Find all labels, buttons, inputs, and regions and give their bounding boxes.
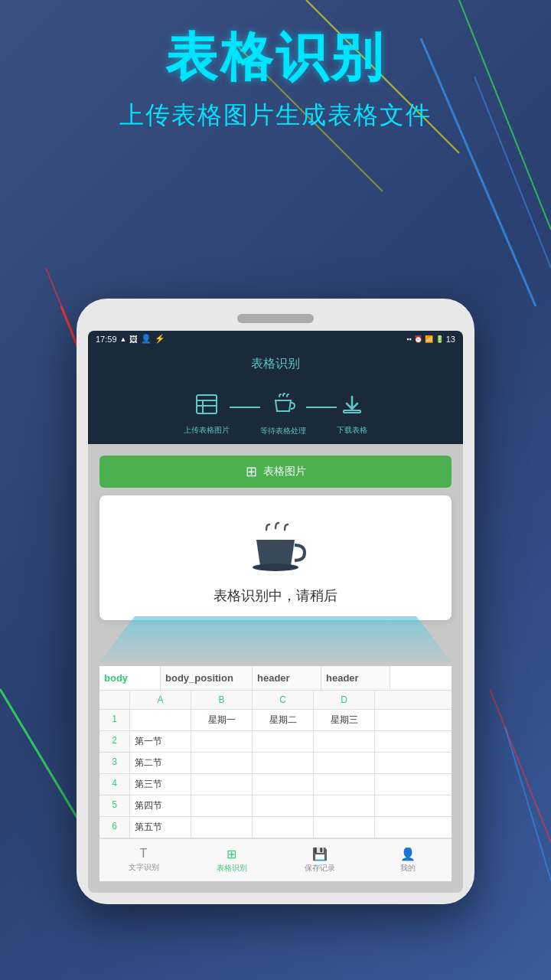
table-col-headers: body body_position header header [99,666,452,691]
table-row: 2 第一节 [99,731,452,753]
row-1-c: 星期二 [253,710,314,730]
wifi-icon: 📶 [425,335,433,343]
nav-profile[interactable]: 👤 我的 [364,844,452,877]
phone-speaker [237,314,314,323]
row-num-1: 1 [99,710,130,730]
nav-save-records[interactable]: 💾 保存记录 [276,844,364,877]
upload-button[interactable]: ⊞ 表格图片 [99,456,452,488]
row-2-d [314,731,375,752]
row-4-a: 第三节 [130,774,191,795]
row-2-c [253,731,314,752]
nav-label-table: 表格识别 [217,863,247,874]
row-5-b [191,795,253,816]
step-process-label: 等待表格处理 [260,426,306,436]
row-4-b [191,774,253,795]
row-3-a: 第二节 [130,753,191,773]
upload-btn-label: 表格图片 [263,465,306,479]
step-upload-label: 上传表格图片 [184,425,230,436]
row-1-d: 星期三 [314,710,375,730]
step-connector-2 [306,407,337,408]
row-4-d [314,774,375,795]
processing-card: 表格识别中，请稍后 [99,495,452,620]
nav-label-profile: 我的 [400,863,416,874]
table-row: 6 第五节 [99,817,452,838]
main-title: 表格识别 [0,23,551,93]
processing-text: 表格识别中，请稍后 [115,586,436,605]
table-row: 4 第三节 [99,774,452,795]
svg-point-15 [253,564,298,571]
svg-rect-10 [197,395,217,413]
row-4-c [253,774,314,795]
table-icon-small: ⊞ [246,463,257,480]
sh-a: A [130,691,191,709]
status-time: 17:59 [96,335,117,344]
phone-body: 17:59 ▲ 🖼 👤 ⚡ ▪▪ ⏰ 📶 🔋 13 表格识别 [77,299,474,904]
nav-label-text: 文字识别 [129,862,159,873]
table-row: 3 第二节 [99,753,452,774]
step-download-label: 下载表格 [337,425,367,436]
col-header1: header [253,666,321,690]
app-header: 表格识别 [88,347,463,381]
sh-empty [99,691,130,709]
step-upload: 上传表格图片 [184,394,230,436]
step-connector-1 [230,407,260,408]
text-icon: T [140,847,148,861]
download-icon [341,394,363,420]
title-area: 表格识别 上传表格图片生成表格文件 [0,23,551,132]
col-body-pos: body_position [161,666,253,690]
step-download: 下载表格 [337,394,367,436]
row-6-d [314,817,375,838]
row-6-a: 第五节 [130,817,191,838]
row-2-a: 第一节 [130,731,191,752]
sh-c: C [253,691,314,709]
row-5-d [314,795,375,816]
profile-icon: 👤 [400,847,416,861]
battery-level: 13 [446,335,455,344]
status-left: 17:59 ▲ 🖼 👤 ⚡ [96,334,165,344]
step-process: 等待表格处理 [260,393,306,436]
status-right: ▪▪ ⏰ 📶 🔋 13 [406,335,455,344]
row-6-c [253,817,314,838]
svg-rect-14 [344,410,360,413]
table-row: 5 第四节 [99,795,452,817]
person-icon: 👤 [141,334,152,344]
clock-icon: ⏰ [414,335,422,343]
row-num-6: 6 [99,817,130,838]
row-6-b [191,817,253,838]
nav-table-recognition[interactable]: ⊞ 表格识别 [187,844,276,877]
phone-screen: 17:59 ▲ 🖼 👤 ⚡ ▪▪ ⏰ 📶 🔋 13 表格识别 [88,331,463,893]
battery-icon: 🔋 [435,335,444,343]
row-3-c [253,753,314,773]
row-3-d [314,753,375,773]
row-num-2: 2 [99,731,130,752]
table-row: 1 星期一 星期二 星期三 [99,710,452,731]
row-1-b: 星期一 [191,710,253,730]
process-icon [271,393,295,421]
table-subheader: A B C D [99,691,452,710]
row-num-4: 4 [99,774,130,795]
row-num-5: 5 [99,795,130,816]
app-title: 表格识别 [251,357,300,370]
nav-text-recognition[interactable]: T 文字识别 [99,844,187,877]
row-num-3: 3 [99,753,130,773]
save-icon: 💾 [312,847,328,861]
coffee-icon-large [115,518,436,579]
row-5-a: 第四节 [130,795,191,816]
photo-icon: 🖼 [129,335,138,344]
step-indicator: 上传表格图片 等待表格处理 [88,381,463,444]
phone-top [88,314,463,323]
upload-table-icon [195,394,218,420]
nav-label-save: 保存记录 [305,863,335,874]
row-2-b [191,731,253,752]
table-preview: body body_position header header A B C D [99,666,452,838]
col-body: body [99,666,161,690]
sub-title: 上传表格图片生成表格文件 [0,99,551,132]
sh-b: B [191,691,253,709]
table-nav-icon: ⊞ [227,847,236,861]
usb-icon: ⚡ [155,334,165,344]
content-area: ⊞ 表格图片 [88,444,463,893]
status-bar: 17:59 ▲ 🖼 👤 ⚡ ▪▪ ⏰ 📶 🔋 13 [88,331,463,347]
row-1-a [130,710,191,730]
row-5-c [253,795,314,816]
row-3-b [191,753,253,773]
